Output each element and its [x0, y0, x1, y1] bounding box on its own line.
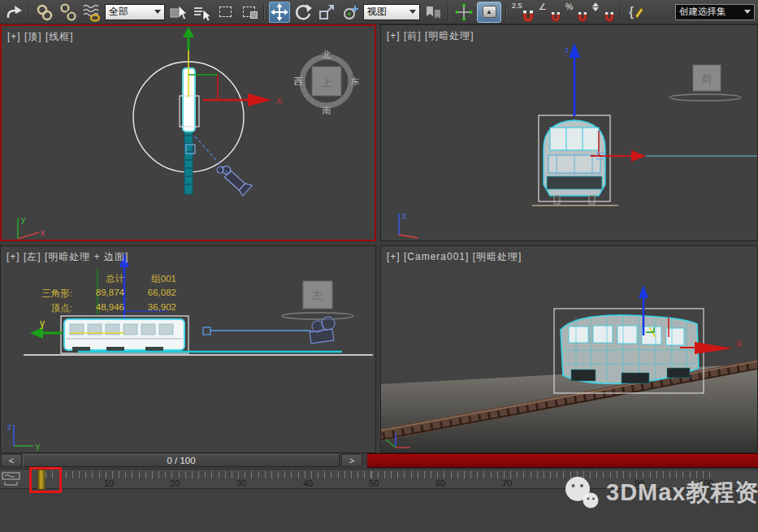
- magnet-icon: [604, 11, 615, 22]
- svg-text:前: 前: [702, 72, 713, 84]
- snaps-toggle-button[interactable]: 2.5: [511, 2, 535, 23]
- select-and-manipulate-icon[interactable]: [453, 2, 474, 23]
- viewport-camera-label[interactable]: [+] [Camera001] [明暗处理]: [387, 250, 522, 264]
- previous-frame-button[interactable]: <: [1, 454, 22, 467]
- tick-label: 10: [104, 478, 114, 488]
- edit-named-selection-sets-icon[interactable]: {: [626, 2, 647, 23]
- select-and-scale-button[interactable]: [316, 2, 337, 23]
- train-side-view: [64, 319, 184, 352]
- pencil-icon: [634, 6, 643, 19]
- viewcube-compass: 上 北 南 西 东: [294, 50, 360, 115]
- gizmo-y-label: y: [40, 318, 45, 329]
- viewport-camera[interactable]: [+] [Camera001] [明暗处理]: [380, 245, 758, 453]
- tick-label: 70: [502, 478, 512, 488]
- select-by-name-icon[interactable]: [191, 2, 212, 23]
- train-top-view: [180, 68, 199, 194]
- gizmo-x-label: X: [736, 339, 743, 348]
- bind-to-space-warp-icon[interactable]: [81, 2, 102, 23]
- select-and-rotate-button[interactable]: [292, 2, 314, 23]
- time-slider-row: < 0 / 100 >: [0, 453, 758, 469]
- train-camera-view: [561, 315, 699, 383]
- keyboard-shortcut-override-button[interactable]: ▲: [477, 2, 501, 23]
- viewport-front-scene: 前 z: [381, 25, 757, 240]
- track-bar[interactable]: 0 10 20 30 40 50 60 70 80 90 100: [0, 469, 758, 488]
- select-and-move-button[interactable]: [269, 2, 290, 23]
- redo-icon[interactable]: [3, 2, 24, 23]
- viewport-left-label[interactable]: [+] [左] [明暗处理 + 边面]: [6, 250, 128, 264]
- select-and-place-button[interactable]: [340, 2, 361, 23]
- svg-text:y: y: [21, 215, 25, 224]
- viewport-top[interactable]: [+] [顶] [线框] 上 北 南 西 东: [0, 24, 376, 241]
- use-pivot-center-button[interactable]: [422, 2, 444, 23]
- ruler-ticks: [39, 471, 710, 478]
- open-mini-trackview-icon[interactable]: [2, 471, 23, 488]
- selection-filter-value: 全部: [109, 5, 128, 19]
- annotation-box-keyframe: [29, 467, 62, 493]
- gizmo-x-label: X: [276, 96, 283, 106]
- reference-coordinate-value: 视图: [367, 5, 387, 19]
- svg-text:东: 东: [351, 76, 360, 86]
- angle-icon: ∠: [539, 2, 547, 12]
- rectangular-selection-region-icon[interactable]: [214, 2, 236, 23]
- tick-label: 90: [635, 478, 644, 488]
- named-selection-set-dropdown[interactable]: 创建选择集: [675, 4, 755, 20]
- tick-label: 100: [699, 478, 713, 488]
- viewport-front[interactable]: [+] [前] [明暗处理] 前: [380, 24, 758, 241]
- tick-label: 20: [170, 478, 180, 488]
- status-bar: g for ADS 选择了 1 个组 X: 6.197m Y: 45.65m Z…: [0, 488, 758, 532]
- viewport-top-scene: 上 北 南 西 东 X: [2, 26, 375, 240]
- named-selection-set-value: 创建选择集: [679, 6, 726, 18]
- svg-text:南: 南: [323, 106, 331, 115]
- train-front-view: [544, 120, 605, 204]
- svg-text:上: 上: [322, 76, 332, 89]
- gizmo-z-label: z: [565, 45, 569, 54]
- svg-text:z: z: [7, 422, 11, 431]
- chevron-down-icon: [154, 10, 161, 14]
- viewport-top-label[interactable]: [+] [顶] [线框]: [7, 30, 74, 44]
- camera-icon: [215, 161, 253, 196]
- time-slider-handle[interactable]: 0 / 100: [23, 454, 340, 467]
- chevron-down-icon: [409, 10, 416, 14]
- spinner-snap-button[interactable]: [591, 2, 616, 23]
- svg-text:西: 西: [294, 76, 303, 86]
- camera-icon: [310, 317, 335, 344]
- world-axis-tripod: z: [399, 211, 418, 238]
- window-crossing-selection-icon[interactable]: [238, 2, 259, 23]
- magnet-icon: [577, 11, 588, 22]
- tick-label: 50: [369, 478, 379, 488]
- magnet-icon: [550, 11, 561, 22]
- select-and-link-icon[interactable]: [34, 2, 55, 23]
- world-axis-tripod: y x: [18, 215, 45, 239]
- world-axis-tripod: z y: [7, 422, 40, 451]
- statistics-overlay: 总计组001 三角形:89,87466,082 顶点:48,94636,902: [25, 273, 176, 314]
- viewcube: 前: [669, 65, 741, 101]
- angle-snap-button[interactable]: ∠: [538, 2, 562, 23]
- magnet-icon: [522, 10, 535, 22]
- viewport-front-label[interactable]: [+] [前] [明暗处理]: [387, 29, 474, 43]
- unlink-selection-icon[interactable]: [58, 2, 79, 23]
- selection-filter-dropdown[interactable]: 全部: [105, 4, 165, 20]
- viewport-camera-scene: X: [381, 246, 757, 452]
- chevron-down-icon: [744, 10, 751, 14]
- viewcube: 左: [282, 281, 353, 319]
- tick-label: 30: [236, 478, 246, 488]
- svg-text:x: x: [41, 228, 45, 237]
- next-frame-button[interactable]: >: [341, 454, 362, 467]
- time-slider-track-autokey[interactable]: [367, 453, 758, 468]
- percent-snap-button[interactable]: %: [565, 2, 589, 23]
- main-toolbar: 全部 视图: [0, 0, 758, 24]
- svg-text:z: z: [402, 211, 406, 220]
- reference-coordinate-dropdown[interactable]: 视图: [363, 4, 420, 20]
- viewport-left[interactable]: [+] [左] [明暗处理 + 边面] 总计组001 三角形:89,87466,…: [0, 245, 376, 453]
- tick-label: 60: [435, 478, 445, 488]
- spinner-icon: [592, 2, 599, 11]
- snap-25-label: 2.5: [512, 2, 522, 10]
- svg-text:左: 左: [313, 289, 323, 301]
- 3dsmax-window: 全部 视图: [0, 0, 758, 532]
- tick-label: 80: [568, 478, 578, 488]
- select-object-icon[interactable]: [167, 2, 188, 23]
- percent-label: %: [565, 2, 573, 11]
- svg-text:y: y: [36, 442, 40, 451]
- tick-label: 40: [303, 478, 313, 488]
- svg-text:北: 北: [322, 50, 331, 59]
